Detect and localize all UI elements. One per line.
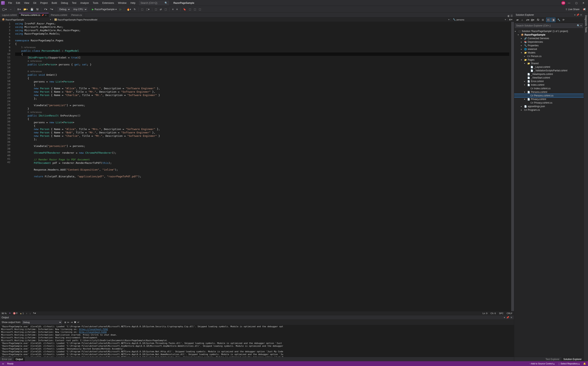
tree-node[interactable]: ▾📦RazorPageSample bbox=[514, 33, 584, 37]
menu-edit[interactable]: Edit bbox=[14, 1, 22, 5]
expand-icon[interactable]: ▸ bbox=[521, 109, 523, 111]
nav-up-icon[interactable]: ↑ bbox=[26, 312, 27, 314]
output-next-icon[interactable]: ⇥ bbox=[71, 321, 73, 324]
expand-icon[interactable]: ▸ bbox=[524, 80, 526, 82]
se-sync-icon[interactable]: 🗘 bbox=[536, 18, 540, 22]
save-button[interactable]: 💾 bbox=[30, 7, 34, 11]
expand-icon[interactable]: ▸ bbox=[521, 48, 523, 50]
tb-icon-8[interactable]: 🔖 bbox=[182, 7, 187, 11]
expand-button[interactable]: ▾ bbox=[511, 18, 512, 21]
browser-link-button[interactable]: ↻ bbox=[133, 7, 137, 11]
solution-search[interactable]: Search Solution Explorer (Ctrl+;) 🔍 ▾ bbox=[515, 23, 583, 28]
output-prev-icon[interactable]: ⇤ bbox=[67, 321, 70, 324]
output-wrap-icon[interactable]: ↵ bbox=[77, 321, 79, 324]
menu-help[interactable]: Help bbox=[129, 1, 137, 5]
menu-analyze[interactable]: Analyze bbox=[78, 1, 91, 5]
feedback-button[interactable]: 📢 bbox=[582, 7, 587, 11]
warning-count[interactable]: ▲ 1 bbox=[20, 312, 24, 314]
open-button[interactable]: 📂▾ bbox=[23, 7, 29, 11]
menu-test[interactable]: Test bbox=[70, 1, 78, 5]
tree-node[interactable]: ▾📁Shared bbox=[514, 62, 584, 65]
tree-node[interactable]: 📄_Layout.cshtml bbox=[514, 65, 584, 69]
diagnostic-tools-tab[interactable]: Diagnostic Tools bbox=[584, 14, 588, 34]
se-properties-icon[interactable]: 🔧 bbox=[557, 18, 561, 22]
run-button[interactable]: ▶ RazorPageSample ▾ bbox=[91, 8, 118, 11]
breadcrumb-project[interactable]: 📦 RazorPageSample ▾ bbox=[1, 18, 53, 21]
nav-back-button[interactable]: ◯ ▾ bbox=[1, 7, 8, 11]
output-pin-icon[interactable]: 📌 bbox=[506, 316, 509, 319]
tree-node[interactable]: 📄_ViewStart.cshtml bbox=[514, 76, 584, 80]
tree-node[interactable]: ▾📄Index.cshtml bbox=[514, 83, 584, 87]
bottom-tab-output[interactable]: Output bbox=[14, 357, 25, 361]
output-close-icon[interactable]: ✕ bbox=[510, 316, 512, 319]
select-repository[interactable]: ⬚ Select Repository ▴ bbox=[558, 362, 580, 365]
menu-window[interactable]: Window bbox=[116, 1, 128, 5]
doc-tab[interactable]: Layout.cshtml bbox=[0, 13, 19, 17]
tree-node[interactable]: ▸📄appsettings.json bbox=[514, 105, 584, 108]
tree-node[interactable]: 📄_ViewImports.cshtml bbox=[514, 72, 584, 76]
tb-icon-5[interactable]: ⬚ bbox=[164, 7, 168, 11]
split-button[interactable]: ⊞ bbox=[509, 18, 511, 21]
se-filter-icon[interactable]: ▥▾ bbox=[531, 18, 534, 22]
expand-icon[interactable]: ▾ bbox=[524, 84, 526, 86]
tree-node[interactable]: ▾📁Pages bbox=[514, 58, 584, 62]
preview-tab-icon[interactable]: ◧ bbox=[508, 15, 510, 17]
health-icon[interactable]: ✦ bbox=[9, 312, 11, 314]
menu-tools[interactable]: Tools bbox=[91, 1, 100, 5]
output-dropdown-icon[interactable]: ▾ bbox=[504, 316, 505, 319]
tb-icon-2[interactable]: ⬚▾ bbox=[145, 7, 150, 11]
expand-icon[interactable]: ▸ bbox=[524, 55, 526, 57]
expand-icon[interactable]: ▾ bbox=[524, 62, 526, 64]
hot-reload-button[interactable]: 🔥▾ bbox=[126, 7, 132, 11]
nav-down-icon[interactable]: ↓ bbox=[30, 312, 31, 314]
vertical-scrollbar[interactable] bbox=[511, 22, 514, 311]
breadcrumb-member[interactable]: 🔧 persons ▾ bbox=[452, 18, 507, 21]
solution-root[interactable]: ▸ ⬚ Solution 'RazorPageSample' (1 of 1 p… bbox=[514, 30, 584, 33]
redo-button[interactable]: ↷▾ bbox=[49, 7, 54, 11]
se-switch-views-icon[interactable]: ⇄▾ bbox=[526, 18, 530, 22]
expand-icon[interactable]: ▸ bbox=[521, 45, 523, 46]
doc-tab[interactable]: Persons.cshtml.cs📌✕ bbox=[19, 13, 49, 17]
output-goto-icon[interactable]: ≣ bbox=[64, 321, 66, 324]
panel-close-icon[interactable]: ✕ bbox=[580, 14, 582, 16]
maximize-button[interactable]: ▢ bbox=[573, 1, 580, 5]
add-source-control[interactable]: ↑ Add to Source Control ▴ bbox=[530, 362, 554, 365]
expand-icon[interactable]: ▾ bbox=[524, 98, 526, 100]
line-ending[interactable]: CRLF bbox=[507, 312, 512, 314]
tree-node[interactable]: C#Persons.cshtml.cs bbox=[514, 94, 584, 97]
tree-node[interactable]: ▸🔗Connected Services bbox=[514, 37, 584, 40]
tree-node[interactable]: ▸🌐wwwroot bbox=[514, 47, 584, 51]
expand-icon[interactable]: ▾ bbox=[518, 34, 520, 36]
pin-icon[interactable]: 📌 bbox=[41, 14, 44, 16]
error-count[interactable]: ✕ 0 bbox=[13, 312, 17, 315]
doc-tab[interactable]: Persons.cshtml bbox=[49, 13, 69, 17]
platform-dropdown[interactable]: Any CPU bbox=[71, 7, 87, 12]
tab-overflow-icon[interactable]: ☰ bbox=[511, 15, 513, 17]
tree-node[interactable]: ▸📚Dependencies bbox=[514, 40, 584, 44]
se-collapse-icon[interactable]: ⊟ bbox=[541, 18, 545, 22]
tb-icon-6[interactable]: ≡ bbox=[171, 7, 174, 11]
undo-button[interactable]: ↶▾ bbox=[43, 7, 48, 11]
nav-fwd-button[interactable]: → bbox=[8, 7, 13, 11]
output-window-icon[interactable]: ▭ bbox=[2, 362, 4, 365]
save-all-button[interactable]: 🖫 bbox=[35, 7, 39, 11]
global-search[interactable]: Search (Ctrl+Q) 🔍 bbox=[139, 1, 169, 5]
tb-icon-9[interactable]: ⬚ bbox=[188, 7, 192, 11]
side-tab-solution-explorer[interactable]: Solution Explorer bbox=[562, 357, 584, 361]
panel-pin-icon[interactable]: 📌 bbox=[576, 14, 579, 16]
menu-git[interactable]: Git bbox=[31, 1, 38, 5]
tb-icon-4[interactable]: ⇄ bbox=[159, 7, 163, 11]
expand-icon[interactable]: ▾ bbox=[521, 59, 523, 61]
tree-node[interactable]: ▸C#Person.cs bbox=[514, 54, 584, 58]
close-button[interactable]: ✕ bbox=[580, 1, 587, 5]
tb-icon-10[interactable]: ⬚ bbox=[193, 7, 197, 11]
user-avatar[interactable]: CB bbox=[561, 1, 565, 5]
tree-node[interactable]: ▸🔧Properties bbox=[514, 44, 584, 47]
menu-debug[interactable]: Debug bbox=[59, 1, 70, 5]
panel-dropdown-icon[interactable]: ▾ bbox=[574, 14, 575, 16]
brush-icon[interactable]: ✎▾ bbox=[33, 312, 36, 314]
indent-mode[interactable]: SPC bbox=[499, 312, 504, 314]
solution-tree[interactable]: ▸ ⬚ Solution 'RazorPageSample' (1 of 1 p… bbox=[514, 29, 584, 357]
tb-icon-7[interactable]: ≡ bbox=[175, 7, 179, 11]
se-back-icon[interactable]: ◂▾ bbox=[515, 18, 519, 22]
